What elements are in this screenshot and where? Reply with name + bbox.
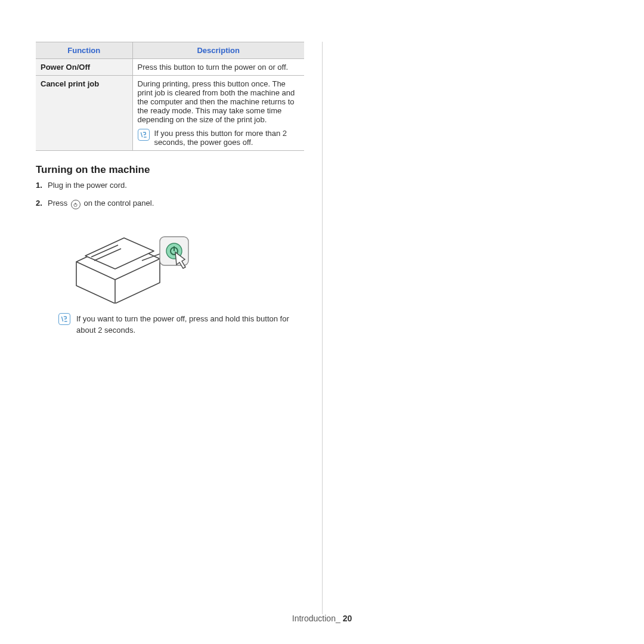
cell-function: Cancel print job: [36, 76, 132, 151]
table-row: Cancel print job During printing, press …: [36, 76, 304, 151]
printer-illustration: [58, 214, 304, 307]
table-row: Power On/Off Press this button to turn t…: [36, 59, 304, 76]
note-icon: [58, 313, 70, 325]
footer-page: 20: [343, 614, 352, 623]
page-body: Function Description Power On/Off Press …: [0, 0, 644, 596]
step-note: If you want to turn the power off, press…: [58, 313, 304, 336]
th-function: Function: [36, 42, 132, 59]
step-text-a: Press: [48, 199, 70, 208]
step-note-text: If you want to turn the power off, press…: [76, 313, 304, 336]
column-divider: [322, 42, 323, 614]
th-description: Description: [132, 42, 304, 59]
left-column: Function Description Power On/Off Press …: [36, 42, 304, 596]
step-text-b: on the control panel.: [83, 199, 154, 208]
cell-description: During printing, press this button once.…: [132, 76, 304, 151]
step-item: Press on the control panel.: [36, 197, 304, 336]
page-footer: Introduction_ 20: [0, 614, 644, 623]
power-icon: [71, 200, 80, 209]
function-table: Function Description Power On/Off Press …: [36, 42, 304, 151]
footer-chapter: Introduction_: [292, 614, 340, 623]
cell-function: Power On/Off: [36, 59, 132, 76]
cell-description: Press this button to turn the power on o…: [132, 59, 304, 76]
note-icon: [138, 129, 150, 141]
cell-note: If you press this button for more than 2…: [138, 129, 300, 147]
step-item: Plug in the power cord.: [36, 179, 304, 191]
steps-list: Plug in the power cord. Press on the con…: [36, 179, 304, 336]
cell-note-text: If you press this button for more than 2…: [154, 129, 300, 147]
section-heading: Turning on the machine: [36, 164, 304, 176]
cell-desc-text: During printing, press this button once.…: [138, 79, 300, 124]
